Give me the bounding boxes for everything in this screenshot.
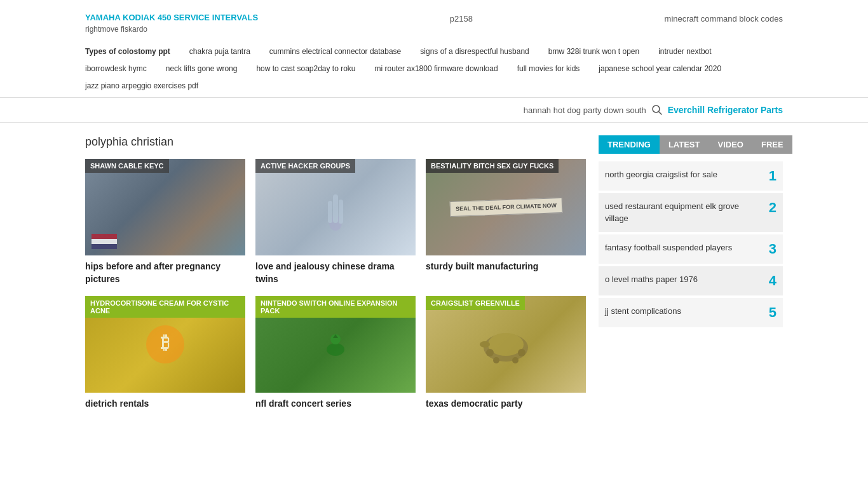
flag-decoration [92, 234, 117, 249]
trending-item-4[interactable]: o level maths paper 1976 4 [599, 266, 783, 295]
main-content: polyphia christian SHAWN CABLE KEYC hips… [0, 123, 868, 423]
article-image-6 [426, 296, 586, 393]
svg-rect-4 [328, 201, 332, 223]
article-label-3: BESTIALITY BITCH SEX GUY FUCKS [426, 159, 559, 173]
svg-point-13 [486, 349, 494, 356]
svg-point-15 [493, 357, 499, 363]
search-bar: hannah hot dog party down south Everchil… [0, 98, 868, 123]
trending-rank-3: 3 [761, 242, 776, 256]
article-title-6: texas democratic party [426, 398, 586, 410]
nav-item-how-to[interactable]: how to cast soap2day to roku [256, 64, 355, 74]
header-right: minecraft command block codes [665, 13, 783, 24]
nav-item-bmw[interactable]: bmw 328i trunk won t open [548, 46, 639, 57]
sub-header-link: rightmove fiskardo [85, 25, 258, 34]
trending-rank-5: 5 [761, 306, 776, 320]
article-label-4: HYDROCORTISONE CREAM FOR CYSTIC ACNE [85, 296, 245, 318]
article-title-3: sturdy built manufacturing [426, 261, 586, 273]
article-card-1[interactable]: SHAWN CABLE KEYC hips before and after p… [85, 159, 245, 285]
article-image-1 [85, 159, 245, 255]
article-label-5: NINTENDO SWITCH ONLINE EXPANSION PACK [255, 296, 416, 318]
nav-item-neck-lifts[interactable]: neck lifts gone wrong [166, 64, 238, 74]
nav-item-full-movies[interactable]: full movies for kids [517, 64, 580, 74]
tab-free[interactable]: FREE [752, 135, 792, 154]
trending-rank-2: 2 [761, 201, 776, 215]
nav-item-signs-of-a[interactable]: signs of a disrespectful husband [420, 46, 529, 57]
article-card-5[interactable]: NINTENDO SWITCH ONLINE EXPANSION PACK nf… [255, 296, 416, 410]
top-header: YAMAHA KODIAK 450 SERVICE INTERVALS righ… [0, 0, 868, 40]
article-label-1: SHAWN CABLE KEYC [85, 159, 169, 173]
tab-latest[interactable]: LATEST [660, 135, 709, 154]
trending-item-3[interactable]: fantasy football suspended players 3 [599, 234, 783, 264]
svg-text:₿: ₿ [161, 333, 170, 353]
article-label-2: ACTIVE HACKER GROUPS [255, 159, 355, 173]
nav-item-japanese-school[interactable]: japanese school year calendar 2020 [599, 64, 721, 74]
article-image-2 [255, 159, 416, 255]
nav-item-mi-router[interactable]: mi router ax1800 firmware download [375, 64, 498, 74]
nav-item-intruder[interactable]: intruder nextbot [658, 46, 711, 57]
search-icon[interactable] [651, 104, 663, 116]
article-card-3[interactable]: SEAL THE DEAL FOR CLIMATE NOW BESTIALITY… [426, 159, 586, 285]
article-card-2[interactable]: ACTIVE HACKER GROUPS love and jealousy c… [255, 159, 416, 285]
trending-item-2[interactable]: used restaurant equipment elk grove vill… [599, 193, 783, 231]
article-title-2: love and jealousy chinese drama twins [255, 261, 416, 285]
trending-list: north georgia craigslist for sale 1 used… [599, 161, 783, 327]
trending-text-1: north georgia craigslist for sale [605, 169, 754, 180]
article-title-4: dietrich rentals [85, 398, 245, 410]
tab-video[interactable]: VIDEO [709, 135, 752, 154]
svg-point-17 [480, 341, 490, 348]
article-title-5: nfl draft concert series [255, 398, 416, 410]
trending-item-5[interactable]: jj stent complications 5 [599, 298, 783, 327]
trending-rank-1: 1 [761, 169, 776, 183]
main-header-link[interactable]: YAMAHA KODIAK 450 SERVICE INTERVALS [85, 13, 258, 22]
trending-text-5: jj stent complications [605, 306, 754, 317]
nav-item-types-of-colostomy-ppt[interactable]: Types of colostomy ppt [85, 46, 170, 57]
nav-links: Types of colostomy ppt chakra puja tantr… [0, 40, 868, 98]
article-grid: SHAWN CABLE KEYC hips before and after p… [85, 159, 586, 410]
svg-point-16 [512, 357, 519, 363]
svg-line-1 [658, 112, 661, 115]
tab-trending[interactable]: TRENDING [599, 135, 660, 154]
nav-item-iborrowdesk[interactable]: iborrowdesk hymc [85, 64, 147, 74]
svg-rect-5 [339, 200, 343, 224]
articles-section: polyphia christian SHAWN CABLE KEYC hips… [85, 135, 586, 410]
nav-item-chakra-puja-tantra[interactable]: chakra puja tantra [189, 46, 250, 57]
article-image-3: SEAL THE DEAL FOR CLIMATE NOW [426, 159, 586, 255]
sidebar: TRENDING LATEST VIDEO FREE north georgia… [599, 135, 783, 410]
article-card-4[interactable]: ₿ HYDROCORTISONE CREAM FOR CYSTIC ACNE d… [85, 296, 245, 410]
trending-text-2: used restaurant equipment elk grove vill… [605, 201, 754, 224]
svg-point-8 [327, 343, 344, 356]
header-center: p2158 [271, 13, 651, 24]
article-card-6[interactable]: CRAIGSLIST GREENVILLE texas democratic p… [426, 296, 586, 410]
search-link[interactable]: Everchill Refrigerator Parts [668, 105, 783, 115]
search-text: hannah hot dog party down south [524, 105, 646, 115]
trending-item-1[interactable]: north georgia craigslist for sale 1 [599, 161, 783, 191]
svg-point-14 [518, 349, 526, 356]
svg-rect-3 [333, 194, 338, 223]
nav-item-cummins[interactable]: cummins electrical connector database [269, 46, 401, 57]
article-title-1: hips before and after pregnancy pictures [85, 261, 245, 285]
section-title: polyphia christian [85, 135, 586, 149]
trending-text-4: o level maths paper 1976 [605, 274, 754, 285]
trending-rank-4: 4 [761, 274, 776, 288]
trending-tabs: TRENDING LATEST VIDEO FREE [599, 135, 783, 154]
article-label-6: CRAIGSLIST GREENVILLE [426, 296, 525, 310]
trending-text-3: fantasy football suspended players [605, 242, 754, 254]
nav-item-jazz-piano[interactable]: jazz piano arpeggio exercises pdf [85, 81, 198, 92]
header-left: YAMAHA KODIAK 450 SERVICE INTERVALS righ… [85, 13, 258, 34]
